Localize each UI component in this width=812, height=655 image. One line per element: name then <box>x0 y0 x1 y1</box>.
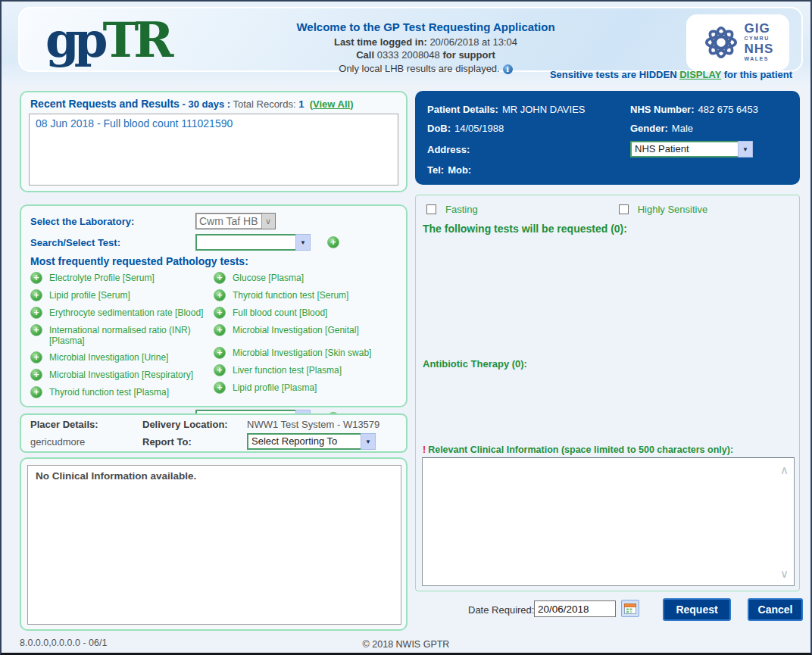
test-item-label[interactable]: Microbial Investigation [Genital] <box>233 324 359 335</box>
test-item-label[interactable]: Liver function test [Plasma] <box>233 364 342 376</box>
nhs-logo-gig: GIG <box>745 22 774 35</box>
test-item[interactable]: Liver function test [Plasma] <box>214 364 397 376</box>
patient-type-select[interactable]: NHS Patient <box>630 141 753 158</box>
placer-details-grid: Placer Details: Delivery Location: NWW1 … <box>30 419 397 450</box>
add-test-icon[interactable] <box>214 307 226 319</box>
calendar-button[interactable] <box>621 600 639 617</box>
recent-result-item[interactable]: 08 Jun 2018 - Full blood count 111021590 <box>30 114 398 133</box>
test-item-label[interactable]: International normalised ratio (INR) [Pl… <box>49 324 201 346</box>
support-prefix: Call <box>356 49 374 61</box>
nhs-wales-logo: GIG CYMRU NHS WALES <box>686 14 789 70</box>
gender-cell: Gender: Male <box>630 119 788 138</box>
test-item-label[interactable]: Full blood count [Blood] <box>233 307 327 318</box>
add-test-icon[interactable] <box>214 289 226 301</box>
test-item[interactable]: Microbial Investigation [Urine] <box>30 351 214 363</box>
test-item-label[interactable]: Erythrocyte sedimentation rate [Blood] <box>49 307 203 318</box>
add-test-icon[interactable] <box>30 351 42 363</box>
date-required-input[interactable] <box>534 600 616 617</box>
test-item-label[interactable]: Lipid profile [Plasma] <box>233 382 317 393</box>
chevron-down-icon[interactable] <box>361 433 376 450</box>
header-center: Welcome to the GP Test Requesting Applic… <box>236 20 615 76</box>
chevron-down-icon[interactable] <box>738 141 753 158</box>
highly-sensitive-checkbox[interactable] <box>619 204 629 214</box>
support-line: Call 0333 2008048 for support <box>236 49 615 61</box>
fasting-label: Fasting <box>445 204 478 215</box>
search-test-input[interactable] <box>195 234 295 251</box>
scroll-down-icon[interactable]: ∨ <box>780 568 789 579</box>
add-test-icon[interactable] <box>30 289 42 301</box>
request-button[interactable]: Request <box>663 598 731 621</box>
test-item-label[interactable]: Thyroid function test [Plasma] <box>49 386 169 398</box>
test-item-label[interactable]: Electrolyte Profile [Serum] <box>49 272 155 283</box>
address-cell: Address: <box>427 138 630 161</box>
test-item-label[interactable]: Microbial Investigation [Skin swab] <box>233 347 371 358</box>
add-test-icon[interactable] <box>30 369 42 381</box>
test-item[interactable]: Lipid profile [Plasma] <box>214 382 397 394</box>
gptr-application-window: gpTR Welcome to the GP Test Requesting A… <box>0 0 812 655</box>
patient-details-grid: Patient Details: MR JOHN DAVIES NHS Numb… <box>427 100 788 179</box>
support-suffix: for support <box>442 49 495 61</box>
view-all-link[interactable]: View All <box>313 98 350 110</box>
test-item[interactable]: International normalised ratio (INR) [Pl… <box>30 324 214 346</box>
test-item[interactable]: Microbial Investigation [Skin swab] <box>214 347 397 359</box>
chevron-down-icon[interactable] <box>295 234 311 251</box>
gptr-logo: gpTR <box>45 10 168 70</box>
add-test-icon[interactable] <box>214 324 226 336</box>
fasting-checkbox[interactable] <box>426 204 436 214</box>
report-to-label: Report To: <box>142 436 247 448</box>
dob-value: 14/05/1988 <box>454 123 504 134</box>
cancel-button[interactable]: Cancel <box>748 598 803 621</box>
report-to-select[interactable]: Select Reporting To <box>247 433 397 450</box>
add-test-icon[interactable] <box>214 272 226 284</box>
add-test-icon[interactable] <box>214 364 226 376</box>
recent-title: Recent Requests and Results <box>30 98 180 110</box>
sensitive-suffix: for this patient <box>724 69 792 80</box>
test-item-label[interactable]: Thyroid function test [Serum] <box>233 289 348 301</box>
info-icon[interactable] <box>503 64 513 74</box>
test-item[interactable]: Electrolyte Profile [Serum] <box>30 272 214 284</box>
add-test-icon[interactable] <box>30 386 42 398</box>
total-records-label: Total Records: <box>233 98 295 110</box>
frequent-tests-heading: Most frequently requested Pathology test… <box>30 255 397 267</box>
request-composition-panel: Fasting Highly Sensitive The following t… <box>415 195 800 591</box>
test-item[interactable]: Thyroid function test [Plasma] <box>30 386 214 398</box>
add-test-icon[interactable] <box>214 347 226 359</box>
add-test-icon[interactable] <box>214 382 226 394</box>
test-item[interactable]: Thyroid function test [Serum] <box>214 289 397 301</box>
test-item-label[interactable]: Microbial Investigation [Respiratory] <box>49 369 193 380</box>
scroll-up-icon[interactable]: ∧ <box>780 464 789 476</box>
test-item[interactable]: Erythrocyte sedimentation rate [Blood] <box>30 307 214 319</box>
display-sensitive-link[interactable]: DISPLAY <box>679 69 721 80</box>
test-item[interactable]: Microbial Investigation [Genital] <box>214 324 397 336</box>
add-test-icon[interactable] <box>30 307 42 319</box>
last-login-value: 20/06/2018 at 13:04 <box>429 36 517 48</box>
test-item-label[interactable]: Lipid profile [Serum] <box>49 289 130 301</box>
nhs-number-value: 482 675 6453 <box>698 104 759 115</box>
recent-results-list[interactable]: 08 Jun 2018 - Full blood count 111021590 <box>29 114 398 186</box>
test-item[interactable]: Glucose [Plasma] <box>214 272 397 284</box>
highly-sensitive-option: Highly Sensitive <box>619 204 708 215</box>
clinical-info-textarea[interactable]: ∧ ∨ <box>422 457 795 586</box>
relevant-clinical-info-label: !Relevant Clinical Information (space li… <box>423 444 733 455</box>
test-item[interactable]: Lipid profile [Serum] <box>30 289 214 301</box>
support-phone: 0333 2008048 <box>377 49 440 61</box>
patient-name-cell: Patient Details: MR JOHN DAVIES <box>427 100 630 119</box>
dob-cell: DoB: 14/05/1988 <box>427 119 630 138</box>
search-test-combobox[interactable] <box>195 234 311 251</box>
laboratory-panel: Select the Laboratory: Cwm Taf HB Search… <box>20 204 408 407</box>
test-item-label[interactable]: Glucose [Plasma] <box>233 272 304 283</box>
test-item[interactable]: Full blood count [Blood] <box>214 307 397 319</box>
clinical-information-box: No Clinical Information available. <box>27 465 401 625</box>
total-records-value: 1 <box>298 98 304 110</box>
nhs-logo-text: GIG CYMRU NHS WALES <box>745 22 774 63</box>
add-test-icon[interactable] <box>30 272 42 284</box>
test-item[interactable]: Microbial Investigation [Respiratory] <box>30 369 214 381</box>
gptr-logo-text: gpTR <box>45 11 168 68</box>
add-test-icon[interactable] <box>30 324 42 336</box>
report-to-value: Select Reporting To <box>247 433 361 450</box>
add-test-icon[interactable] <box>327 236 339 248</box>
view-all-wrap: (View All) <box>307 98 353 110</box>
test-item-label[interactable]: Microbial Investigation [Urine] <box>49 351 168 363</box>
lhb-note: Only local LHB results are displayed. <box>339 63 499 74</box>
patient-type-value: NHS Patient <box>630 141 738 158</box>
